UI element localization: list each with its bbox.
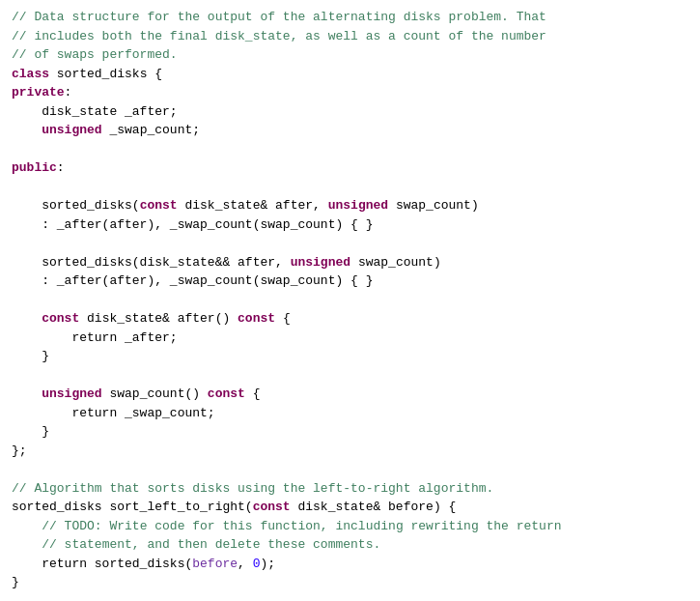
code-token: // includes both the final disk_state, a…	[12, 27, 546, 46]
code-editor: // Data structure for the output of the …	[0, 0, 700, 601]
code-token: : _after(after), _swap_count(swap_count)…	[12, 272, 373, 291]
code-token: disk_state& after()	[79, 309, 238, 329]
code-token: :	[65, 83, 72, 102]
code-token: swap_count()	[102, 385, 208, 404]
code-token: unsigned	[42, 385, 101, 404]
code-token: sorted_disks(	[12, 196, 140, 215]
code-token: private	[12, 83, 65, 102]
code-token: // Data structure for the output of the …	[12, 8, 546, 27]
code-token: }	[12, 422, 49, 442]
code-line: unsigned _swap_count;	[0, 121, 700, 140]
code-token: // Algorithm that sorts disks using the …	[12, 479, 493, 499]
code-token: sorted_disks sort_left_to_right(	[12, 498, 253, 517]
code-line: // TODO: Write code for this function, i…	[0, 517, 700, 536]
code-line: }	[0, 573, 700, 592]
code-line: class sorted_disks {	[0, 65, 700, 84]
code-token: sorted_disks(disk_state&& after,	[12, 253, 291, 272]
code-token: const	[253, 498, 291, 517]
code-token	[12, 121, 42, 140]
code-line: // Algorithm that sorts disks using the …	[0, 479, 700, 499]
code-token: disk_state& after,	[178, 196, 328, 215]
code-line: sorted_disks(const disk_state& after, un…	[0, 196, 700, 215]
code-token: :	[57, 158, 65, 178]
code-line: public:	[0, 158, 700, 178]
code-line: disk_state _after;	[0, 102, 700, 122]
code-line: // includes both the final disk_state, a…	[0, 27, 700, 46]
code-line: : _after(after), _swap_count(swap_count)…	[0, 215, 700, 235]
code-line: return sorted_disks(before, 0);	[0, 555, 700, 574]
code-token: const	[140, 196, 178, 215]
code-token: return sorted_disks(	[12, 555, 192, 574]
code-token: {	[275, 309, 291, 329]
code-token: // TODO: Write code for this function, i…	[42, 517, 561, 536]
code-line: : _after(after), _swap_count(swap_count)…	[0, 272, 700, 291]
code-token: ,	[238, 555, 253, 574]
code-token: 0	[253, 555, 261, 574]
code-token	[12, 517, 42, 536]
code-token: const	[238, 309, 275, 329]
code-token: disk_state& before) {	[291, 498, 457, 517]
code-line: sorted_disks sort_left_to_right(const di…	[0, 498, 700, 517]
code-token	[12, 535, 42, 555]
code-line: }	[0, 347, 700, 366]
code-token: };	[12, 442, 27, 461]
code-token: public	[12, 158, 57, 178]
code-token: const	[42, 309, 79, 329]
code-token: );	[260, 555, 275, 574]
code-token: unsigned	[42, 121, 101, 140]
code-line	[0, 592, 700, 602]
code-line: };	[0, 442, 700, 461]
code-line: }	[0, 422, 700, 442]
code-line: return _after;	[0, 329, 700, 348]
code-token: // statement, and then delete these comm…	[42, 535, 380, 555]
code-line	[0, 140, 700, 159]
code-token: }	[12, 573, 19, 592]
code-line: private:	[0, 83, 700, 102]
code-token: sorted_disks {	[49, 65, 162, 84]
code-token: class	[12, 65, 49, 84]
code-token: : _after(after), _swap_count(swap_count)…	[12, 215, 373, 235]
code-token: return _swap_count;	[12, 404, 215, 423]
code-token: swap_count)	[350, 253, 441, 272]
code-line: const disk_state& after() const {	[0, 309, 700, 329]
code-line	[0, 366, 700, 386]
code-line: sorted_disks(disk_state&& after, unsigne…	[0, 253, 700, 272]
code-token: unsigned	[291, 253, 350, 272]
code-line: // Data structure for the output of the …	[0, 8, 700, 27]
code-line: // statement, and then delete these comm…	[0, 535, 700, 555]
code-token: swap_count)	[388, 196, 479, 215]
code-token: }	[12, 347, 49, 366]
code-line	[0, 178, 700, 197]
code-token: return _after;	[12, 329, 178, 348]
code-token: {	[245, 385, 261, 404]
code-token: unsigned	[328, 196, 388, 215]
code-token	[12, 309, 42, 329]
code-line: // of swaps performed.	[0, 45, 700, 65]
code-token	[12, 385, 42, 404]
code-line: unsigned swap_count() const {	[0, 385, 700, 404]
code-line	[0, 291, 700, 310]
code-token: // of swaps performed.	[12, 45, 178, 65]
code-line	[0, 460, 700, 479]
code-line: return _swap_count;	[0, 404, 700, 423]
code-token: _swap_count;	[102, 121, 200, 140]
code-token: disk_state _after;	[12, 102, 178, 122]
code-line	[0, 234, 700, 253]
code-token: const	[208, 385, 245, 404]
code-token: before	[192, 555, 238, 574]
